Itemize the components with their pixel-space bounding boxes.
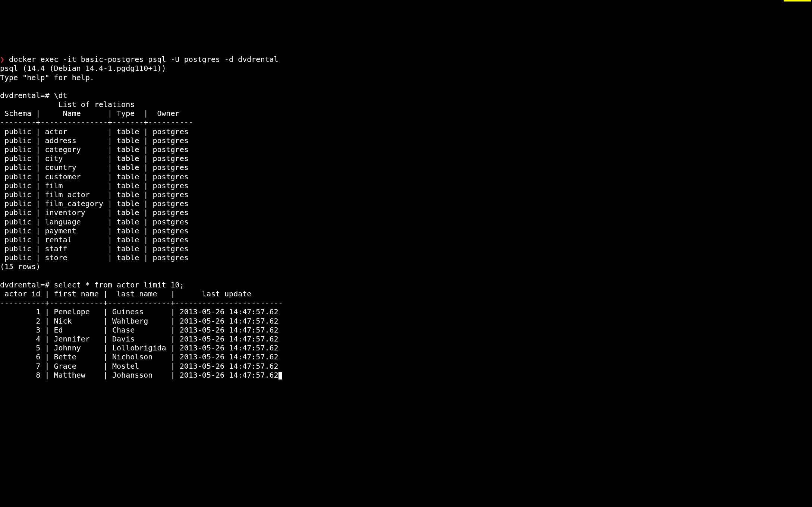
- row-count: (15 rows): [0, 262, 40, 271]
- table-row: public | address | table | postgres: [0, 136, 189, 145]
- shell-command: docker exec -it basic-postgres psql -U p…: [9, 55, 278, 64]
- table-row: 8 | Matthew | Johansson | 2013-05-26 14:…: [0, 371, 278, 380]
- prompt-arrow-icon: ❯: [0, 55, 4, 64]
- terminal-cursor: [278, 372, 282, 380]
- table-row: public | store | table | postgres: [0, 253, 189, 262]
- table-row: 6 | Bette | Nicholson | 2013-05-26 14:47…: [0, 352, 278, 361]
- table-row: public | rental | table | postgres: [0, 235, 189, 244]
- table-row: public | inventory | table | postgres: [0, 208, 189, 217]
- table-row: 2 | Nick | Wahlberg | 2013-05-26 14:47:5…: [0, 317, 278, 325]
- table-row: public | actor | table | postgres: [0, 127, 189, 136]
- table-row: 1 | Penelope | Guiness | 2013-05-26 14:4…: [0, 307, 278, 316]
- table-row: public | film | table | postgres: [0, 181, 189, 190]
- table-row: public | city | table | postgres: [0, 154, 189, 163]
- psql-command-dt: \dt: [54, 91, 67, 100]
- actor-divider: ----------+------------+--------------+-…: [0, 298, 283, 307]
- terminal-output[interactable]: ❯ docker exec -it basic-postgres psql -U…: [0, 55, 812, 380]
- relations-divider: --------+---------------+-------+-------…: [0, 118, 193, 127]
- table-row: 4 | Jennifer | Davis | 2013-05-26 14:47:…: [0, 334, 278, 343]
- table-row: public | film_actor | table | postgres: [0, 190, 189, 199]
- table-row: 3 | Ed | Chase | 2013-05-26 14:47:57.62: [0, 325, 278, 334]
- table-row: 7 | Grace | Mostel | 2013-05-26 14:47:57…: [0, 362, 278, 371]
- table-row: public | country | table | postgres: [0, 163, 189, 172]
- table-row: public | customer | table | postgres: [0, 172, 189, 181]
- table-row: 5 | Johnny | Lollobrigida | 2013-05-26 1…: [0, 343, 278, 352]
- table-row: public | payment | table | postgres: [0, 226, 189, 235]
- db-prompt: dvdrental=#: [0, 280, 49, 289]
- table-row: public | staff | table | postgres: [0, 244, 189, 253]
- help-hint-line: Type "help" for help.: [0, 73, 94, 82]
- table-row: public | category | table | postgres: [0, 145, 189, 154]
- psql-version-line: psql (14.4 (Debian 14.4-1.pgdg110+1)): [0, 64, 166, 73]
- table-row: public | language | table | postgres: [0, 217, 189, 226]
- relations-title: List of relations: [59, 100, 135, 109]
- psql-command-select: select * from actor limit 10;: [54, 280, 184, 289]
- highlight-indicator: [784, 0, 811, 1]
- db-prompt: dvdrental=#: [0, 91, 49, 100]
- relations-header: Schema | Name | Type | Owner: [0, 109, 180, 118]
- actor-header: actor_id | first_name | last_name | last…: [0, 289, 251, 298]
- table-row: public | film_category | table | postgre…: [0, 199, 189, 208]
